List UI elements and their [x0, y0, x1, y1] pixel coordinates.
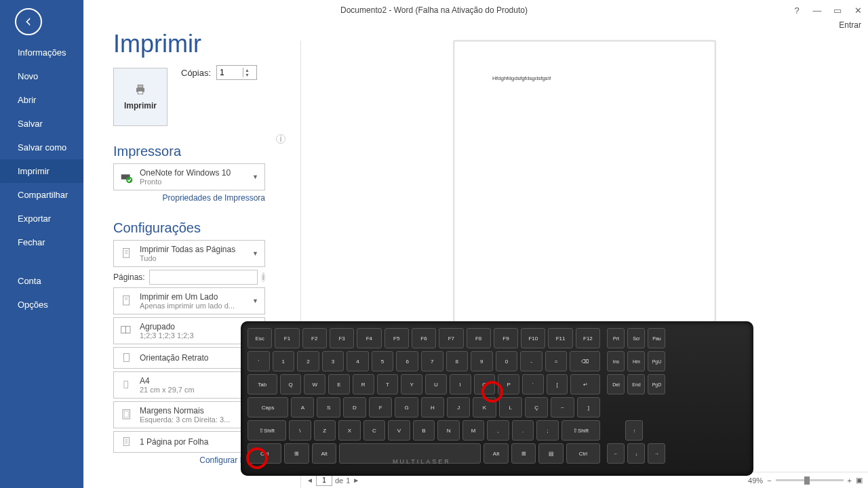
svg-point-4 [126, 177, 132, 183]
zoom-in-button[interactable]: + [848, 476, 852, 485]
pages-per-sheet-icon [114, 432, 140, 452]
copies-label: Cópias: [181, 68, 211, 78]
window-controls: ? — ▭ ✕ [787, 0, 868, 20]
page-heading: Imprimir [113, 30, 285, 58]
printer-icon [134, 83, 146, 96]
sidebar-item-abrir[interactable]: Abrir [0, 88, 83, 112]
svg-rect-9 [123, 296, 130, 306]
page-sep: de [335, 476, 343, 485]
sidebar-item-novo[interactable]: Novo [0, 64, 83, 88]
sidebar-item-compartilhar[interactable]: Compartilhar [0, 183, 83, 207]
sidebar-item-exportar[interactable]: Exportar [0, 207, 83, 230]
zoom-out-button[interactable]: − [767, 476, 771, 485]
sidebar-item-salvar-como[interactable]: Salvar como [0, 136, 83, 159]
svg-rect-18 [123, 437, 129, 445]
printer-status: Pronto [140, 178, 252, 186]
svg-rect-14 [123, 353, 129, 361]
print-sides-dropdown[interactable]: Imprimir em Um LadoApenas imprimir um la… [113, 287, 265, 314]
collate-icon [114, 318, 140, 344]
sidebar-item-salvar[interactable]: Salvar [0, 112, 83, 136]
zoom-value: 49% [748, 476, 763, 485]
svg-rect-12 [121, 326, 126, 333]
copies-spinner[interactable]: ▲▼ [216, 65, 257, 80]
chevron-down-icon: ▼ [252, 250, 264, 257]
document-icon [114, 241, 140, 266]
print-scope-dropdown[interactable]: Imprimir Todas as PáginasTudo ▼ [113, 240, 265, 267]
chevron-down-icon: ▼ [252, 174, 264, 180]
pages-input[interactable] [149, 270, 258, 285]
printer-dropdown[interactable]: OneNote for Windows 10 Pronto ▼ [113, 163, 265, 190]
svg-rect-13 [125, 326, 130, 333]
highlight-p-key [481, 381, 503, 403]
settings-section-title: Configurações [113, 220, 285, 236]
printer-properties-link[interactable]: Propriedades de Impressora [113, 193, 265, 203]
minimize-icon[interactable]: — [807, 0, 827, 20]
keyboard-image-overlay: EscF1F2F3F4F5F6F7F8F9F10F11F12 '12345678… [241, 321, 753, 476]
page-side-icon [114, 288, 140, 314]
title-bar: Documento2 - Word (Falha na Ativação do … [0, 0, 868, 20]
margins-icon [114, 402, 140, 428]
zoom-slider[interactable] [776, 479, 844, 481]
print-button[interactable]: Imprimir [113, 68, 167, 126]
print-button-label: Imprimir [124, 101, 157, 110]
printer-name: OneNote for Windows 10 [140, 168, 252, 178]
pages-row: Páginas: i [113, 270, 265, 285]
copies-row: Cópias: ▲▼ [181, 65, 257, 80]
svg-rect-1 [138, 85, 143, 88]
window-title: Documento2 - Word (Falha na Ativação do … [340, 5, 528, 15]
page-size-icon [114, 372, 140, 398]
sidebar-item-fechar[interactable]: Fechar [0, 230, 83, 254]
chevron-down-icon: ▼ [252, 298, 264, 304]
document-content-text: Hfdghfdgdsfgfdsgdsfgs\f [492, 75, 551, 81]
help-icon[interactable]: ? [787, 0, 807, 20]
zoom-controls: 49% − + ▣ [748, 476, 863, 485]
keyboard-brand: MULTILASER [393, 458, 451, 465]
sidebar-item-opções[interactable]: Opções [0, 293, 83, 317]
restore-icon[interactable]: ▭ [827, 0, 848, 20]
backstage-sidebar: InformaçõesNovoAbrirSalvarSalvar comoImp… [0, 0, 83, 488]
info-icon[interactable]: i [276, 134, 285, 144]
pages-label: Páginas: [113, 272, 145, 282]
sidebar-item-informações[interactable]: Informações [0, 41, 83, 64]
highlight-ctrl-key [246, 447, 268, 469]
svg-rect-2 [138, 91, 143, 94]
close-icon[interactable]: ✕ [848, 0, 868, 20]
sidebar-item-conta[interactable]: Conta [0, 269, 83, 293]
sidebar-item-imprimir[interactable]: Imprimir [0, 159, 83, 183]
printer-section-title: Impressora [113, 144, 285, 159]
copies-input[interactable] [217, 68, 243, 77]
page-total: 1 [346, 476, 350, 485]
fit-page-button[interactable]: ▣ [856, 476, 863, 485]
next-page-button[interactable]: ► [353, 476, 359, 484]
info-icon[interactable]: i [262, 272, 265, 282]
svg-rect-5 [123, 249, 130, 258]
orientation-icon [114, 348, 140, 368]
spinner-arrows[interactable]: ▲▼ [243, 68, 251, 77]
svg-rect-15 [124, 381, 128, 388]
printer-status-icon [114, 164, 140, 190]
back-button[interactable] [15, 8, 42, 35]
